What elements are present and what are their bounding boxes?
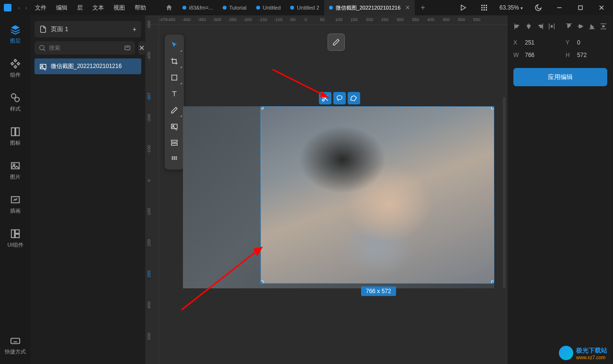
- selected-image[interactable]: [261, 106, 494, 284]
- theme-toggle[interactable]: [531, 0, 546, 15]
- minimize-button[interactable]: [552, 0, 567, 15]
- tool-select[interactable]: [166, 37, 183, 53]
- menu-text[interactable]: 文本: [88, 0, 109, 15]
- apply-edit-button[interactable]: 应用编辑: [513, 68, 607, 86]
- rail-layers[interactable]: 图层: [4, 21, 27, 47]
- align-center-h-button[interactable]: [525, 21, 533, 32]
- svg-rect-3: [481, 7, 483, 9]
- tool-grid[interactable]: [166, 151, 183, 167]
- canvas-area[interactable]: -475 -450 -400 -350 -300 -250 -200 -150 …: [146, 15, 508, 364]
- tool-rectangle[interactable]: [166, 70, 183, 85]
- rail-components[interactable]: 组件: [4, 55, 27, 81]
- menu-view[interactable]: 视图: [109, 0, 130, 15]
- zoom-level[interactable]: 63.35% ▾: [498, 4, 525, 11]
- prop-h[interactable]: H572: [566, 52, 587, 58]
- svg-rect-37: [172, 75, 177, 80]
- menu-file[interactable]: 文件: [30, 0, 51, 15]
- svg-rect-43: [174, 157, 175, 158]
- menu-layer[interactable]: 层: [72, 0, 88, 15]
- svg-point-14: [15, 97, 19, 102]
- close-button[interactable]: [594, 0, 609, 15]
- play-button[interactable]: [455, 0, 471, 15]
- svg-rect-21: [15, 230, 19, 233]
- svg-point-13: [11, 94, 16, 98]
- vertical-scrollbar[interactable]: [503, 97, 506, 288]
- page-header[interactable]: 页面 1 +: [34, 21, 141, 37]
- resize-handle-br[interactable]: [491, 281, 494, 284]
- menu-help[interactable]: 帮助: [130, 0, 151, 15]
- align-center-v-button[interactable]: [577, 21, 584, 32]
- distribute-h-button[interactable]: [548, 21, 556, 32]
- resize-handle-tr[interactable]: [491, 106, 494, 109]
- crop-lasso-tool[interactable]: [333, 92, 346, 104]
- prop-y[interactable]: Y0: [566, 39, 580, 46]
- components-icon: [10, 58, 21, 69]
- layer-item[interactable]: 微信截图_20221202101216: [34, 58, 141, 74]
- size-badge: 766 x 572: [361, 286, 396, 296]
- tab-4[interactable]: Untitled 2: [285, 0, 324, 15]
- tab-add-button[interactable]: +: [415, 3, 431, 12]
- svg-rect-61: [527, 25, 531, 26]
- tool-crop[interactable]: [166, 54, 183, 69]
- align-left-button[interactable]: [513, 21, 521, 32]
- svg-rect-76: [590, 25, 591, 28]
- page-icon: [39, 25, 47, 33]
- svg-rect-22: [15, 234, 19, 238]
- rail-shortcuts[interactable]: 快捷方式: [4, 332, 27, 358]
- resize-handle-tl[interactable]: [261, 106, 263, 109]
- resize-handle-bl[interactable]: [261, 281, 263, 284]
- align-top-button[interactable]: [565, 21, 573, 32]
- tool-layout[interactable]: [166, 135, 183, 150]
- svg-rect-42: [172, 157, 173, 158]
- prop-x[interactable]: X251: [513, 39, 534, 46]
- layer-name: 微信截图_20221202101216: [51, 62, 122, 70]
- prop-w[interactable]: W766: [513, 52, 534, 58]
- rail-styles[interactable]: 样式: [4, 89, 27, 115]
- tool-text[interactable]: [166, 86, 183, 102]
- rail-ui[interactable]: UI组件: [4, 225, 27, 251]
- rail-label: 图标: [10, 139, 21, 147]
- ruler-vertical: -500 -400 -307 -200 -100 0 100 200 265 4…: [146, 25, 159, 364]
- align-bottom-button[interactable]: [588, 21, 596, 32]
- svg-rect-16: [16, 128, 19, 136]
- grid-button[interactable]: [477, 0, 492, 15]
- tool-pen[interactable]: [166, 102, 183, 118]
- svg-rect-15: [11, 128, 15, 136]
- rail-images[interactable]: 图片: [4, 157, 27, 183]
- chevron-right-icon[interactable]: ›: [23, 5, 30, 11]
- tab-home[interactable]: [160, 0, 178, 15]
- left-rail: 图层 组件 样式 图标 图片 插画 UI组件 快捷方式: [0, 15, 31, 364]
- align-right-button[interactable]: [536, 21, 544, 32]
- edit-button[interactable]: [328, 34, 345, 51]
- tool-image[interactable]: [166, 119, 183, 134]
- tab-dot-icon: [223, 6, 227, 10]
- search-close-button[interactable]: [138, 41, 146, 55]
- tab-2[interactable]: Tutorial: [218, 0, 251, 15]
- tab-3[interactable]: Untitled: [251, 0, 285, 15]
- tab-label: 微信截图_20221202101216: [336, 4, 401, 11]
- ruler-horizontal: -475 -450 -400 -350 -300 -250 -200 -150 …: [159, 15, 508, 25]
- watermark: 极光下载站 www.xz7.com: [559, 346, 607, 360]
- filter-icon[interactable]: [124, 44, 131, 52]
- chevron-left-icon[interactable]: ‹: [15, 5, 23, 11]
- svg-line-53: [272, 69, 325, 96]
- crop-scissors-tool[interactable]: [319, 92, 331, 104]
- menu-edit[interactable]: 编辑: [51, 0, 72, 15]
- maximize-button[interactable]: [573, 0, 588, 15]
- crop-polygon-tool[interactable]: [348, 92, 360, 104]
- app-logo[interactable]: [0, 0, 15, 15]
- tab-5[interactable]: 微信截图_20221202101216✕: [324, 0, 415, 15]
- svg-rect-7: [484, 9, 485, 11]
- distribute-v-button[interactable]: [600, 21, 607, 32]
- search-input[interactable]: [49, 45, 121, 51]
- close-icon[interactable]: ✕: [405, 4, 410, 11]
- tab-1[interactable]: i83&fm=...: [178, 0, 218, 15]
- search-box[interactable]: [34, 41, 135, 55]
- styles-icon: [10, 92, 21, 103]
- rail-icons[interactable]: 图标: [4, 123, 27, 149]
- right-panel: X251 Y0 W766 H572 应用编辑: [508, 15, 613, 364]
- add-page-button[interactable]: +: [133, 25, 136, 33]
- rail-illustrations[interactable]: 插画: [4, 191, 27, 217]
- image-icon: [39, 63, 47, 70]
- svg-point-29: [40, 46, 44, 50]
